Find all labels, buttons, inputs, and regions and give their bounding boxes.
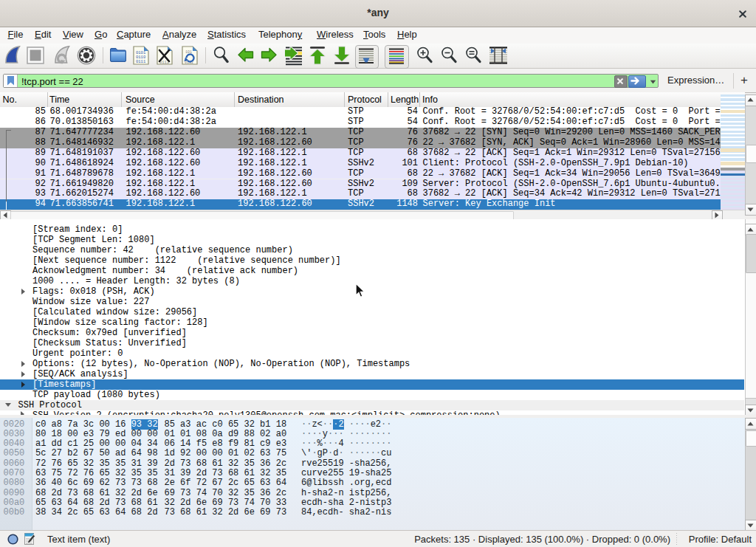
svg-text:0111: 0111	[136, 59, 146, 64]
